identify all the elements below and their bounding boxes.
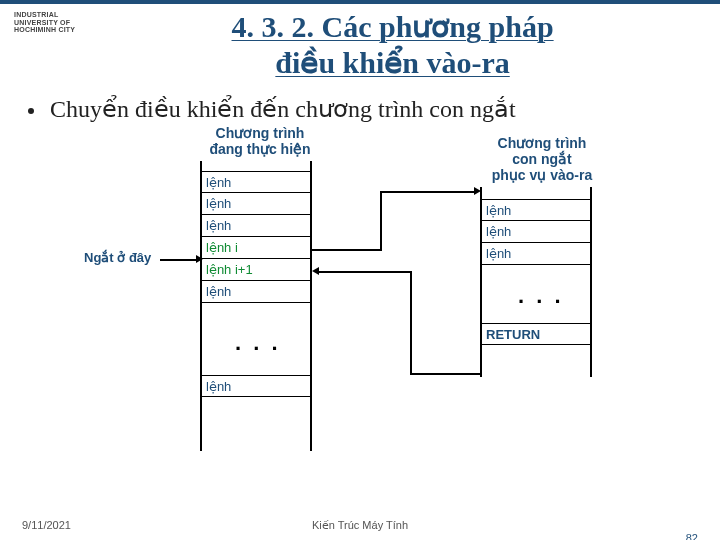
left-col-header: Chương trình đang thực hiện: [190, 125, 330, 157]
footer-center: Kiến Trúc Máy Tính: [0, 519, 720, 532]
flow-ret-v1: [410, 271, 412, 375]
diagram: Chương trình đang thực hiện Chương trình…: [80, 125, 640, 465]
left-header-l2: đang thực hiện: [190, 141, 330, 157]
logo-text: INDUSTRIAL UNIVERSITY OF HOCHIMINH CITY: [14, 11, 75, 34]
left-cell-i1: lệnh i+1: [200, 259, 310, 281]
footer-page: 82: [686, 532, 698, 540]
left-cell-i: lệnh i: [200, 237, 310, 259]
logo-text-l1: INDUSTRIAL: [14, 11, 75, 19]
flow-out-v1: [380, 191, 382, 251]
left-header-l1: Chương trình: [190, 125, 330, 141]
title-line1: 4. 3. 2. Các phương pháp: [232, 10, 554, 43]
left-cell: lệnh: [200, 171, 310, 193]
footer-date: 9/11/2021: [22, 519, 71, 531]
bullet-text: Chuyển điều khiển đến chương trình con n…: [50, 96, 516, 122]
logo: iH INDUSTRIAL UNIVERSITY OF HOCHIMINH CI…: [10, 11, 75, 34]
logo-text-l2: UNIVERSITY OF: [14, 19, 75, 27]
interrupt-label: Ngắt ở đây: [84, 250, 151, 265]
flow-out-h2: [380, 191, 476, 193]
right-return: RETURN: [480, 323, 590, 345]
right-ellipsis: . . .: [518, 283, 564, 309]
left-cell: lệnh: [200, 193, 310, 215]
flow-out-head-icon: [474, 187, 481, 195]
left-column: lệnh lệnh lệnh lệnh i lệnh i+1 lệnh: [200, 171, 310, 303]
footer: 9/11/2021 Kiến Trúc Máy Tính 82: [0, 519, 720, 532]
left-cell-last: lệnh: [200, 375, 310, 397]
bullet-dot-icon: [28, 108, 34, 114]
flow-ret-head-icon: [312, 267, 319, 275]
right-header-l2: con ngắt: [472, 151, 612, 167]
arrow-interrupt: [160, 259, 198, 261]
right-cell: lệnh: [480, 199, 590, 221]
right-cell: lệnh: [480, 221, 590, 243]
arrow-interrupt-head-icon: [196, 255, 203, 263]
bullet-item: Chuyển điều khiển đến chương trình con n…: [28, 95, 720, 123]
slide-title: 4. 3. 2. Các phương pháp điều khiển vào-…: [75, 9, 710, 81]
flow-ret-h1: [410, 373, 480, 375]
right-cell: lệnh: [480, 243, 590, 265]
flow-ret-h2: [318, 271, 411, 273]
left-rail-r: [310, 161, 312, 451]
header: iH INDUSTRIAL UNIVERSITY OF HOCHIMINH CI…: [0, 4, 720, 81]
left-cell: lệnh: [200, 215, 310, 237]
right-header-l1: Chương trình: [472, 135, 612, 151]
left-column-tail: lệnh: [200, 375, 310, 397]
title-line2: điều khiển vào-ra: [275, 46, 509, 79]
right-rail-r: [590, 187, 592, 377]
right-col-header: Chương trình con ngắt phục vụ vào-ra: [472, 135, 612, 183]
right-column-tail: RETURN: [480, 323, 590, 345]
left-ellipsis: . . .: [235, 330, 281, 356]
right-header-l3: phục vụ vào-ra: [472, 167, 612, 183]
logo-text-l3: HOCHIMINH CITY: [14, 26, 75, 34]
flow-out-h1: [311, 249, 381, 251]
left-cell: lệnh: [200, 281, 310, 303]
right-column: lệnh lệnh lệnh: [480, 199, 590, 265]
